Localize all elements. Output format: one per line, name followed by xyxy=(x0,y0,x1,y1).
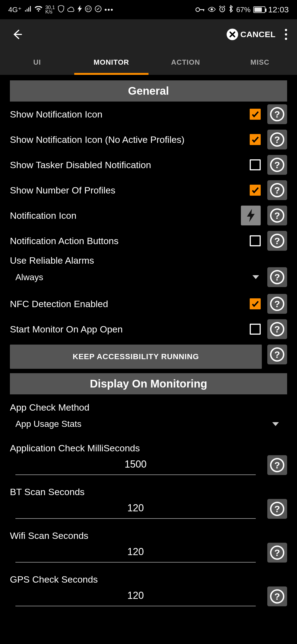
tab-misc[interactable]: MISC xyxy=(223,50,297,75)
network-type: 4G⁺ xyxy=(8,6,22,14)
battery-percent-text: 67% xyxy=(236,6,251,14)
checkbox[interactable] xyxy=(250,134,261,145)
help-button[interactable]: ? xyxy=(267,499,287,519)
notification-icon-picker[interactable] xyxy=(241,206,261,225)
help-button[interactable]: ? xyxy=(267,130,287,149)
svg-point-3 xyxy=(196,8,200,12)
eye-icon xyxy=(208,6,216,14)
label-app-check-ms: Application Check MilliSeconds xyxy=(10,443,287,454)
help-icon: ? xyxy=(270,158,284,172)
help-icon: ? xyxy=(270,107,284,121)
help-icon: ? xyxy=(270,234,284,248)
label: Show Notification Icon xyxy=(10,108,250,120)
input-gps-check-sec[interactable] xyxy=(15,587,256,606)
alarm-icon xyxy=(219,5,226,14)
back-button[interactable] xyxy=(11,28,24,41)
help-button[interactable]: ? xyxy=(267,455,287,475)
row-show-tasker-disabled[interactable]: Show Tasker Disabled Notification ? xyxy=(10,152,287,178)
shield-icon xyxy=(58,5,64,14)
svg-point-6 xyxy=(211,8,213,10)
row-show-notification-icon-no-active[interactable]: Show Notification Icon (No Active Profil… xyxy=(10,127,287,152)
chevron-down-icon xyxy=(252,275,259,279)
bolt-status-icon xyxy=(78,5,82,14)
row-notification-action-buttons[interactable]: Notification Action Buttons ? xyxy=(10,228,287,253)
dropdown-value: Always xyxy=(15,272,43,282)
label: Show Tasker Disabled Notification xyxy=(10,159,250,171)
chevron-down-icon xyxy=(272,422,279,426)
help-icon: ? xyxy=(270,347,284,362)
help-button[interactable]: ? xyxy=(267,155,287,175)
cloud-icon xyxy=(67,6,75,14)
row-gps-check-sec: ? xyxy=(10,585,287,610)
label-gps-check-sec: GPS Check Seconds xyxy=(10,574,287,585)
cancel-button[interactable]: CANCEL xyxy=(227,29,276,40)
help-button[interactable]: ? xyxy=(267,206,287,225)
label: NFC Detection Enabled xyxy=(10,298,250,310)
label: Notification Icon xyxy=(10,209,241,222)
label: Notification Action Buttons xyxy=(10,235,250,247)
tab-ui[interactable]: UI xyxy=(0,50,74,75)
overflow-menu-button[interactable] xyxy=(283,27,289,42)
help-button[interactable]: ? xyxy=(267,180,287,200)
label-use-reliable-alarms: Use Reliable Alarms xyxy=(10,255,287,266)
help-icon: ? xyxy=(270,545,284,560)
checkbox[interactable] xyxy=(250,235,261,246)
battery-icon xyxy=(253,6,265,13)
label-bt-scan-sec: BT Scan Seconds xyxy=(10,487,287,497)
help-button[interactable]: ? xyxy=(267,267,287,287)
help-button[interactable]: ? xyxy=(267,319,287,339)
help-button[interactable]: ? xyxy=(267,345,287,364)
checkbox[interactable] xyxy=(250,324,261,335)
label-wifi-scan-sec: Wifi Scan Seconds xyxy=(10,530,287,541)
input-bt-scan-sec[interactable] xyxy=(15,500,256,519)
help-button[interactable]: ? xyxy=(267,586,287,606)
help-icon: ? xyxy=(270,270,284,284)
svg-rect-5 xyxy=(203,9,204,11)
bluetooth-icon xyxy=(229,5,233,15)
section-header-display-on: Display On Monitoring xyxy=(10,373,287,394)
help-icon: ? xyxy=(270,322,284,336)
checkbox[interactable] xyxy=(250,109,261,120)
row-show-number-profiles[interactable]: Show Number Of Profiles ? xyxy=(10,178,287,203)
cancel-label: CANCEL xyxy=(240,30,276,39)
data-speed: 30,1 K/s xyxy=(45,5,55,14)
settings-content[interactable]: General Show Notification Icon ? Show No… xyxy=(0,75,297,610)
row-bt-scan-sec: ? xyxy=(10,497,287,523)
help-button[interactable]: ? xyxy=(267,231,287,251)
row-notification-icon[interactable]: Notification Icon ? xyxy=(10,203,287,228)
section-header-general: General xyxy=(10,80,287,102)
help-icon: ? xyxy=(270,132,284,147)
status-circle-icon: 67 xyxy=(85,5,92,14)
help-button[interactable]: ? xyxy=(267,104,287,124)
dropdown-use-reliable-alarms[interactable]: Always xyxy=(10,268,267,287)
row-nfc-detection[interactable]: NFC Detection Enabled ? xyxy=(10,291,287,316)
more-icon: ••• xyxy=(105,6,114,14)
help-icon: ? xyxy=(270,589,284,604)
help-icon: ? xyxy=(270,458,284,472)
label: Start Monitor On App Open xyxy=(10,323,250,335)
row-app-check-ms: ? xyxy=(10,454,287,479)
tab-action[interactable]: ACTION xyxy=(148,50,223,75)
app-bar: CANCEL xyxy=(0,19,297,50)
help-icon: ? xyxy=(270,502,284,516)
row-use-reliable-alarms: Always ? xyxy=(10,266,287,291)
checkbox[interactable] xyxy=(250,298,261,309)
wifi-icon xyxy=(34,6,43,14)
label: Show Number Of Profiles xyxy=(10,184,250,196)
row-show-notification-icon[interactable]: Show Notification Icon ? xyxy=(10,102,287,127)
row-start-monitor-on-app-open[interactable]: Start Monitor On App Open ? xyxy=(10,316,287,342)
input-wifi-scan-sec[interactable] xyxy=(15,543,256,563)
input-app-check-ms[interactable] xyxy=(15,456,256,475)
checkbox[interactable] xyxy=(250,185,261,196)
checkbox[interactable] xyxy=(250,159,261,170)
keep-accessibility-button[interactable]: KEEP ACCESSIBILITY RUNNING xyxy=(10,345,262,369)
tab-monitor[interactable]: MONITOR xyxy=(74,50,148,75)
help-icon: ? xyxy=(270,208,284,223)
signal-icon xyxy=(24,6,32,14)
svg-text:67: 67 xyxy=(86,7,90,11)
help-button[interactable]: ? xyxy=(267,294,287,314)
dropdown-app-check-method[interactable]: App Usage Stats xyxy=(10,413,287,435)
status-right: 67% 12:03 xyxy=(196,5,289,15)
status-left: 4G⁺ 30,1 K/s 67 ••• xyxy=(8,5,114,14)
help-button[interactable]: ? xyxy=(267,543,287,563)
